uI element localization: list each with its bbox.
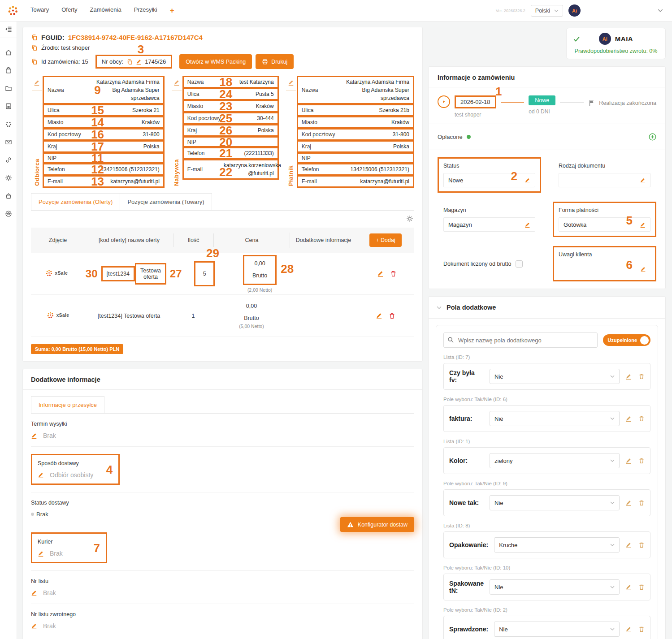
- language-select[interactable]: Polski: [531, 5, 563, 17]
- address-field-row: KrajPolska26: [182, 124, 279, 137]
- edit-pencil-icon[interactable]: [625, 542, 632, 548]
- navbar-collapse-icon[interactable]: [658, 9, 663, 12]
- shipment-field: 4 Sposób dostawy Odbiór osobisty: [31, 447, 414, 492]
- edit-pencil-icon[interactable]: [625, 373, 632, 380]
- paid-row: Opłacone: [438, 130, 656, 144]
- edit-pencil-icon[interactable]: [625, 458, 632, 464]
- custom-field-row: Nowe tak: Nie: [443, 489, 650, 516]
- home-icon[interactable]: [5, 49, 12, 56]
- basket-icon[interactable]: [5, 192, 12, 199]
- edit-pencil-icon[interactable]: [172, 77, 182, 91]
- shopping-bag-icon[interactable]: [5, 67, 12, 74]
- field-label: Spakowane tN:: [449, 580, 484, 594]
- sidebar-collapse-icon[interactable]: [0, 26, 17, 38]
- client-notes-field: 6 Uwagi klienta: [553, 246, 656, 281]
- custom-field-select[interactable]: zielony: [490, 453, 620, 468]
- apps-icon[interactable]: [5, 121, 12, 128]
- user-avatar[interactable]: Ai: [568, 4, 581, 17]
- edit-pencil-icon[interactable]: [136, 59, 142, 65]
- custom-field-select[interactable]: Nie: [490, 579, 620, 595]
- custom-field-select[interactable]: Nie: [494, 622, 620, 637]
- edit-pencil-icon[interactable]: [286, 77, 296, 91]
- address-panels: Odbiorca NazwaKatarzyna Adamska Firma Bi…: [31, 76, 414, 188]
- nav-item-przesylki[interactable]: Przesyłki: [134, 6, 157, 15]
- nav-item-zamowienia[interactable]: Zamówienia: [90, 6, 121, 15]
- edit-pencil-icon[interactable]: [31, 432, 37, 439]
- col-header-qty: Ilość: [173, 233, 213, 247]
- trash-icon[interactable]: [390, 270, 397, 277]
- trash-icon[interactable]: [638, 458, 645, 464]
- add-item-button[interactable]: + Dodaj: [369, 233, 401, 247]
- edit-pencil-icon[interactable]: [640, 177, 646, 183]
- trash-icon[interactable]: [638, 542, 645, 548]
- edit-pencil-icon[interactable]: [377, 270, 384, 277]
- edit-pencil-icon[interactable]: [625, 415, 632, 422]
- edit-pencil-icon[interactable]: [31, 590, 37, 596]
- field-label: Kraj: [48, 143, 57, 150]
- print-button[interactable]: Drukuj: [256, 54, 294, 69]
- custom-field-select[interactable]: Nie: [490, 369, 620, 384]
- custom-field-select[interactable]: Kruche: [494, 537, 620, 553]
- trash-icon[interactable]: [638, 500, 645, 506]
- edit-pencil-icon[interactable]: [625, 626, 632, 632]
- tab-order-items-goods[interactable]: Pozycje zamówienia (Towary): [120, 193, 212, 210]
- edit-pencil-icon[interactable]: [376, 312, 382, 319]
- edit-pencil-icon[interactable]: [525, 177, 530, 183]
- address-field-row: KrajPolska: [297, 140, 414, 153]
- warehouse-field: Magazyn Magazyn: [438, 202, 541, 237]
- xsale-logo-icon[interactable]: [7, 5, 19, 17]
- edit-pencil-icon[interactable]: [31, 623, 37, 629]
- delivery-configurator-button[interactable]: Konfigurator dostaw: [340, 517, 414, 532]
- trash-icon[interactable]: [638, 626, 645, 632]
- field-label: Sposób dostawy: [38, 460, 93, 466]
- tab-order-items-offers[interactable]: Pozycje zamówienia (Oferty): [31, 193, 120, 210]
- edit-pencil-icon[interactable]: [38, 550, 44, 557]
- copy-icon[interactable]: [31, 44, 38, 51]
- edit-pencil-icon[interactable]: [625, 584, 632, 590]
- payment-method-value: Gotówka: [564, 221, 640, 228]
- edit-pencil-icon[interactable]: [38, 472, 44, 478]
- table-settings-gear-icon[interactable]: [406, 215, 413, 222]
- trash-icon[interactable]: [389, 312, 395, 319]
- custom-field-select[interactable]: Nie: [490, 411, 620, 426]
- gross-checkbox[interactable]: [516, 260, 523, 268]
- custom-field-search-input[interactable]: [443, 332, 598, 348]
- address-field-row: UlicaSzeroka 21b: [297, 104, 414, 117]
- additional-info-card: Dodatkowe informacje Informacje o przesy…: [22, 369, 423, 639]
- play-icon[interactable]: [438, 95, 450, 108]
- folder-icon[interactable]: [5, 85, 12, 92]
- search-icon: [447, 337, 454, 343]
- copy-icon[interactable]: [31, 58, 38, 65]
- copy-icon[interactable]: [126, 59, 133, 65]
- open-wms-button[interactable]: Otwórz w WMS Packing: [179, 54, 252, 69]
- edit-pencil-icon[interactable]: [640, 266, 646, 272]
- document-icon[interactable]: [5, 103, 12, 110]
- nav-item-oferty[interactable]: Oferty: [61, 6, 77, 15]
- edit-pencil-icon[interactable]: [525, 222, 530, 228]
- filled-toggle-label: Uzupełnione: [608, 337, 637, 343]
- filled-toggle[interactable]: Uzupełnione: [603, 334, 650, 346]
- gear-icon[interactable]: [5, 174, 12, 181]
- edit-pencil-icon[interactable]: [640, 222, 646, 228]
- xsale-logo-icon: [47, 311, 54, 319]
- nav-item-towary[interactable]: Towary: [30, 6, 49, 15]
- nav-add-button[interactable]: +: [170, 6, 174, 15]
- field-label: E-mail: [48, 178, 63, 185]
- finish-label: Realizacja zakończona: [599, 100, 656, 106]
- section-title: Dodatkowe informacje: [31, 376, 414, 383]
- custom-field-select[interactable]: Nie: [490, 495, 620, 510]
- mail-icon[interactable]: [5, 138, 12, 146]
- trash-icon[interactable]: [638, 415, 645, 422]
- trash-icon[interactable]: [638, 373, 645, 380]
- recipient-panel: Odbiorca NazwaKatarzyna Adamska Firma Bi…: [31, 76, 165, 188]
- copy-icon[interactable]: [31, 34, 38, 41]
- link-icon[interactable]: [5, 156, 12, 164]
- globe-icon[interactable]: [5, 210, 12, 217]
- edit-pencil-icon[interactable]: [32, 77, 42, 91]
- collapse-chevron-icon[interactable]: [437, 306, 442, 309]
- edit-pencil-icon[interactable]: [625, 500, 632, 506]
- add-payment-icon[interactable]: [649, 133, 656, 141]
- trash-icon[interactable]: [638, 584, 645, 590]
- tab-shipment-info[interactable]: Informacje o przesyłce: [31, 396, 104, 413]
- section-title: Informacje o zamówieniu: [438, 74, 656, 81]
